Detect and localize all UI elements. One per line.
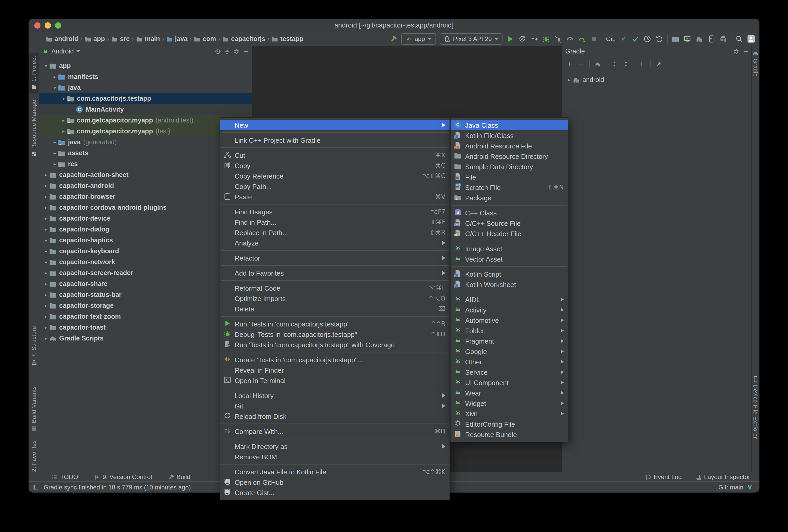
menu-item-automotive[interactable]: Automotive [451, 315, 568, 326]
menu-item-kotlin-worksheet[interactable]: Kotlin Worksheet [451, 279, 568, 290]
target-button[interactable] [214, 48, 221, 55]
menu-item-reload-from-disk[interactable]: Reload from Disk [220, 411, 450, 421]
tree-right-arrow-icon[interactable]: ▸ [43, 303, 49, 308]
sidebar-item-build-variants[interactable]: Build Variants [28, 386, 39, 432]
project-structure-button[interactable] [671, 35, 679, 43]
menu-item-open-in-terminal[interactable]: Open in Terminal [220, 375, 450, 386]
breadcrumb-item-com[interactable]: com [194, 35, 216, 43]
minus-button[interactable] [242, 48, 249, 55]
expand-all-button[interactable] [611, 60, 618, 67]
toolwindow-button-event-log[interactable]: Event Log [645, 473, 682, 480]
git-commit-button[interactable] [631, 35, 639, 43]
tree-right-arrow-icon[interactable]: ▸ [43, 248, 49, 254]
sidebar-item-resource-manager[interactable]: Resource Manager [28, 98, 39, 158]
target-device-select[interactable]: Pixel 3 API 29 [439, 33, 503, 45]
tree-down-arrow-icon[interactable]: ▾ [61, 96, 66, 101]
breadcrumb-item-java[interactable]: java [166, 35, 188, 43]
sidebar-item-gradle[interactable]: Gradle [752, 50, 760, 77]
tree-down-arrow-icon[interactable]: ▾ [43, 63, 49, 68]
tree-right-arrow-icon[interactable]: ▸ [43, 259, 49, 264]
profiler-button[interactable] [566, 35, 574, 43]
menu-item-replace-in-path-[interactable]: Replace in Path...⇧⌘R [220, 227, 450, 238]
gradle-tree-root[interactable]: ▸android [562, 74, 752, 85]
toolwindow-button-build[interactable]: Build [168, 473, 190, 480]
tree-right-arrow-icon[interactable]: ▸ [43, 292, 49, 297]
tree-right-arrow-icon[interactable]: ▸ [43, 183, 49, 188]
stop-button[interactable] [590, 35, 598, 43]
tree-right-arrow-icon[interactable]: ▸ [52, 150, 58, 155]
menu-item-cut[interactable]: Cut⌘X [220, 150, 450, 160]
sidebar-item-2-favorites[interactable]: 2: Favorites [28, 440, 39, 472]
menu-item-new[interactable]: New [220, 120, 450, 130]
menu-item-optimize-imports[interactable]: Optimize Imports^⌥O [220, 293, 450, 303]
collapse-all-button[interactable] [623, 60, 629, 67]
menu-item-editorconfig-file[interactable]: EditorConfig File [451, 419, 568, 429]
menu-item-google[interactable]: Google [451, 346, 568, 357]
menu-item-java-class[interactable]: CJava Class [451, 120, 568, 130]
menu-item-local-history[interactable]: Local History [220, 390, 450, 401]
tree-right-arrow-icon[interactable]: ▸ [43, 336, 49, 341]
git-history-button[interactable] [643, 35, 651, 43]
menu-item-android-resource-directory[interactable]: Android Resource Directory [451, 151, 568, 161]
menu-item-find-usages[interactable]: Find Usages⌥F7 [220, 206, 450, 217]
menu-item-copy-reference[interactable]: Copy Reference⌥⇧⌘C [220, 171, 450, 181]
menu-item-mark-directory-as[interactable]: Mark Directory as [220, 441, 450, 452]
menu-item-other[interactable]: Other [451, 357, 568, 367]
menu-item-c-c-source-file[interactable]: C++C/C++ Source File [451, 218, 568, 229]
menu-item-ui-component[interactable]: UI Component [451, 377, 568, 388]
tree-right-arrow-icon[interactable]: ▸ [43, 237, 49, 243]
gear-button[interactable] [733, 48, 740, 55]
run-configuration-select[interactable]: app [401, 33, 436, 45]
menu-item-run-tests-in-com-capacitorjs-testapp-with-coverage[interactable]: Run 'Tests in 'com.capacitorjs.testapp''… [220, 339, 450, 350]
menu-item-add-to-favorites[interactable]: Add to Favorites [220, 268, 450, 278]
menu-item-reformat-code[interactable]: Reformat Code⌥⌘L [220, 283, 450, 293]
debug-button[interactable] [542, 35, 551, 43]
menu-item-file[interactable]: File [451, 172, 568, 182]
gear-button[interactable] [233, 48, 240, 55]
plus-button[interactable] [566, 60, 573, 67]
menu-item-find-in-path-[interactable]: Find in Path...⇧⌘F [220, 217, 450, 227]
tree-right-arrow-icon[interactable]: ▸ [61, 118, 66, 123]
tree-right-arrow-icon[interactable]: ▸ [43, 270, 49, 275]
menu-item-c-class[interactable]: SC++ Class [451, 208, 568, 218]
minus-button[interactable] [578, 60, 585, 67]
tree-right-arrow-icon[interactable]: ▸ [43, 205, 49, 210]
menu-item-copy[interactable]: Copy⌘C [220, 160, 450, 171]
tree-right-arrow-icon[interactable]: ▸ [43, 281, 49, 286]
git-rollback-button[interactable] [655, 35, 664, 43]
emulator-button[interactable] [683, 35, 691, 43]
menu-item-activity[interactable]: Activity [451, 305, 568, 315]
breadcrumb-item-src[interactable]: src [111, 35, 130, 43]
breadcrumb-item-app[interactable]: app [85, 35, 105, 43]
menu-item-create-tests-in-com-capacitorjs-testapp-[interactable]: Create 'Tests in 'com.capacitorjs.testap… [220, 354, 450, 365]
sidebar-item-device-file-explorer[interactable]: Device File Explorer [752, 376, 760, 439]
breadcrumb-item-testapp[interactable]: testapp [272, 35, 303, 43]
menu-item-compare-with-[interactable]: Compare With...⌘D [220, 426, 450, 436]
tree-right-arrow-icon[interactable]: ▸ [61, 129, 66, 134]
device-manager-button[interactable] [707, 35, 715, 43]
menu-item-paste[interactable]: Paste⌘V [220, 192, 450, 202]
breadcrumb-item-android[interactable]: android [46, 35, 78, 43]
menu-item-widget[interactable]: Widget [451, 398, 568, 409]
tree-row-manifests[interactable]: ▸manifests [39, 71, 252, 82]
tree-row-mainactivity[interactable]: CMainActivity [39, 104, 252, 115]
tree-right-arrow-icon[interactable]: ▸ [43, 226, 49, 232]
tree-right-arrow-icon[interactable]: ▸ [52, 74, 58, 79]
menu-item-android-resource-file[interactable]: <>Android Resource File [451, 141, 568, 151]
menu-item-convert-java-file-to-kotlin-file[interactable]: Convert Java File to Kotlin File⌥⇧⌘K [220, 467, 450, 477]
menu-item-xml[interactable]: XML [451, 409, 568, 419]
tree-right-arrow-icon[interactable]: ▸ [43, 194, 49, 199]
tree-right-arrow-icon[interactable]: ▸ [43, 172, 49, 177]
menu-item-package[interactable]: Package [451, 193, 568, 203]
tree-row-app[interactable]: ▾app [39, 60, 252, 71]
toolwindow-button-layout-inspector[interactable]: Layout Inspector [695, 473, 750, 480]
apply-changes-button[interactable]: A [518, 35, 527, 43]
tree-right-arrow-icon[interactable]: ▸ [43, 216, 49, 221]
menu-item-fragment[interactable]: Fragment [451, 336, 568, 346]
sidebar-item-1-project[interactable]: 1: Project [28, 53, 39, 94]
menu-item-create-gist-[interactable]: Create Gist... [220, 487, 450, 498]
tree-right-arrow-icon[interactable]: ▸ [43, 314, 49, 319]
wrench-button[interactable] [656, 60, 663, 67]
search-everywhere-button[interactable] [735, 35, 743, 43]
gradle-sync-button[interactable] [695, 35, 703, 43]
